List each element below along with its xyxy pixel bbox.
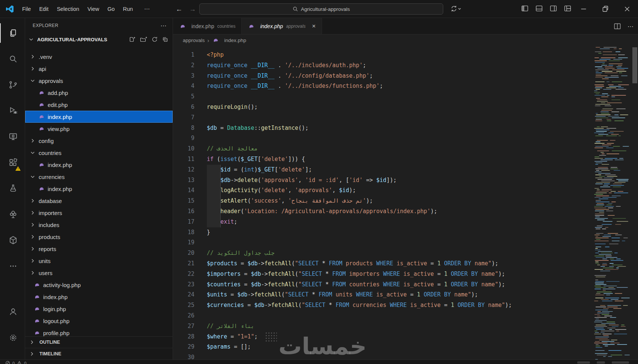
code-line-13[interactable]: 13 $db->delete('approvals', 'id = :id', … (173, 175, 593, 186)
code-line-29[interactable]: 29$params = []; (173, 342, 593, 352)
tree-item-logout-php[interactable]: logout.php (25, 315, 173, 327)
outline-section[interactable]: OUTLINE (25, 336, 173, 348)
toggle-panel-icon[interactable] (535, 5, 543, 12)
tree-item-countries[interactable]: countries (25, 147, 173, 159)
sync-dropdown-icon[interactable] (450, 5, 462, 12)
tree-item-importers[interactable]: importers (25, 207, 173, 219)
tree-item-units[interactable]: units (25, 255, 173, 267)
tree-item-add-php[interactable]: add.php (25, 87, 173, 99)
activity-tree-ext[interactable] (0, 205, 25, 224)
tab-approvals[interactable]: index.phpapprovals× (242, 18, 322, 34)
code-line-25[interactable]: 25$currencies = $db->fetchAll("SELECT * … (173, 300, 593, 311)
tree-item-includes[interactable]: includes (25, 219, 173, 231)
refresh-icon[interactable] (152, 36, 158, 42)
tree-item-api[interactable]: api (25, 63, 173, 75)
code-line-12[interactable]: 12 $id = (int)$_GET['delete']; (173, 165, 593, 175)
activity-more[interactable] (0, 256, 25, 276)
tree-item-index-php[interactable]: index.php (25, 111, 173, 123)
tree-item-index-php[interactable]: index.php (25, 291, 173, 303)
activity-package-ext[interactable] (0, 230, 25, 250)
code-line-22[interactable]: 22$importers = $db->fetchAll("SELECT * F… (173, 269, 593, 280)
code-line-3[interactable]: 3require_once __DIR__ . '/../config/data… (173, 71, 593, 81)
tree-item-config[interactable]: config (25, 135, 173, 147)
code-line-8[interactable]: 8$db = Database::getInstance(); (173, 123, 593, 134)
code-line-9[interactable]: 9 (173, 133, 593, 144)
tab-countries[interactable]: index.phpcountries (173, 18, 242, 34)
settings-button[interactable] (0, 328, 25, 347)
code-line-20[interactable]: 20// جلب جداول التكويد (173, 248, 593, 259)
code-line-24[interactable]: 24$units = $db->fetchAll("SELECT * FROM … (173, 290, 593, 300)
menu-view[interactable]: View (83, 3, 103, 15)
menu-file[interactable]: File (18, 3, 35, 15)
breadcrumb-file[interactable]: index.php (224, 38, 247, 43)
code-editor[interactable]: 1<?php2require_once __DIR__ . '/../inclu… (173, 46, 638, 364)
code-line-5[interactable]: 5 (173, 92, 593, 102)
menu-edit[interactable]: Edit (35, 3, 53, 15)
tab-close-icon[interactable]: × (312, 23, 316, 29)
scrollbar[interactable] (632, 46, 638, 364)
activity-explorer[interactable] (0, 23, 25, 43)
problems-status[interactable]: 0 0 (5, 361, 26, 364)
timeline-section[interactable]: TIMELINE (25, 348, 173, 359)
code-line-2[interactable]: 2require_once __DIR__ . '/../includes/au… (173, 60, 593, 71)
tree-item-currencies[interactable]: currencies (25, 171, 173, 183)
code-line-16[interactable]: 16 header('Location: /Agricultural-appro… (173, 206, 593, 217)
menu-selection[interactable]: Selection (53, 3, 83, 15)
minimap[interactable] (594, 46, 632, 364)
code-line-4[interactable]: 4require_once __DIR__ . '/../includes/fu… (173, 81, 593, 92)
command-center-search[interactable]: Agricultural-approvals (199, 3, 443, 15)
editor-more-button[interactable]: ⋯ (627, 23, 633, 30)
code-line-26[interactable]: 26 (173, 311, 593, 321)
activity-search[interactable] (0, 49, 25, 69)
toggle-secondary-sidebar-icon[interactable] (549, 5, 557, 12)
scrollbar-thumb[interactable] (632, 47, 637, 83)
new-file-icon[interactable] (129, 36, 135, 42)
customize-layout-icon[interactable] (564, 5, 572, 12)
code-line-1[interactable]: 1<?php (173, 50, 593, 60)
forward-button[interactable]: → (189, 5, 196, 13)
minimize-button[interactable] (573, 0, 594, 18)
menu-run[interactable]: Run (119, 3, 137, 15)
close-button[interactable] (616, 0, 638, 18)
menu-overflow-button[interactable]: ⋯ (140, 3, 154, 15)
code-line-21[interactable]: 21$products = $db->fetchAll("SELECT * FR… (173, 259, 593, 269)
code-line-10[interactable]: 10// معالجة الحذف (173, 144, 593, 154)
tree-item--venv[interactable]: .venv (25, 51, 173, 63)
activity-run-debug[interactable] (0, 101, 25, 120)
toggle-sidebar-icon[interactable] (521, 5, 529, 12)
tree-item-users[interactable]: users (25, 267, 173, 279)
tree-item-activity-log-php[interactable]: activity-log.php (25, 279, 173, 291)
tree-item-edit-php[interactable]: edit.php (25, 99, 173, 111)
accounts-button[interactable] (0, 302, 25, 321)
code-line-17[interactable]: 17 exit; (173, 217, 593, 227)
new-folder-icon[interactable] (140, 36, 147, 42)
restore-button[interactable] (594, 0, 616, 18)
tree-item-login-php[interactable]: login.php (25, 303, 173, 315)
code-line-6[interactable]: 6requireLogin(); (173, 102, 593, 113)
tree-item-products[interactable]: products (25, 231, 173, 243)
code-line-14[interactable]: 14 logActivity('delete', 'approvals', $i… (173, 185, 593, 196)
code-line-23[interactable]: 23$countries = $db->fetchAll("SELECT * F… (173, 280, 593, 290)
tree-item-approvals[interactable]: approvals (25, 75, 173, 87)
code-line-15[interactable]: 15 setAlert('success', 'تم حذف الموافقة … (173, 196, 593, 206)
explorer-more-button[interactable]: ⋯ (161, 22, 167, 29)
activity-testing[interactable] (0, 179, 25, 198)
activity-extensions[interactable]: ! (0, 153, 25, 172)
tree-item-reports[interactable]: reports (25, 243, 173, 255)
tree-item-database[interactable]: database (25, 195, 173, 207)
breadcrumb-folder[interactable]: approvals (183, 38, 205, 43)
code-line-18[interactable]: 18} (173, 227, 593, 238)
tree-item-index-php[interactable]: index.php (25, 183, 173, 195)
collapse-all-icon[interactable] (162, 36, 168, 42)
back-button[interactable]: ← (176, 5, 182, 13)
code-line-19[interactable]: 19 (173, 238, 593, 248)
code-line-11[interactable]: 11if (isset($_GET['delete'])) { (173, 154, 593, 165)
code-line-28[interactable]: 28$where = "1=1"; (173, 332, 593, 342)
tree-item-index-php[interactable]: index.php (25, 159, 173, 171)
project-root-row[interactable]: AGRICULTURAL-APPROVALS (25, 33, 173, 46)
activity-remote-explorer[interactable] (0, 127, 25, 146)
code-line-7[interactable]: 7 (173, 113, 593, 123)
tree-item-view-php[interactable]: view.php (25, 123, 173, 135)
code-area[interactable]: 1<?php2require_once __DIR__ . '/../inclu… (173, 46, 593, 364)
activity-source-control[interactable] (0, 75, 25, 95)
